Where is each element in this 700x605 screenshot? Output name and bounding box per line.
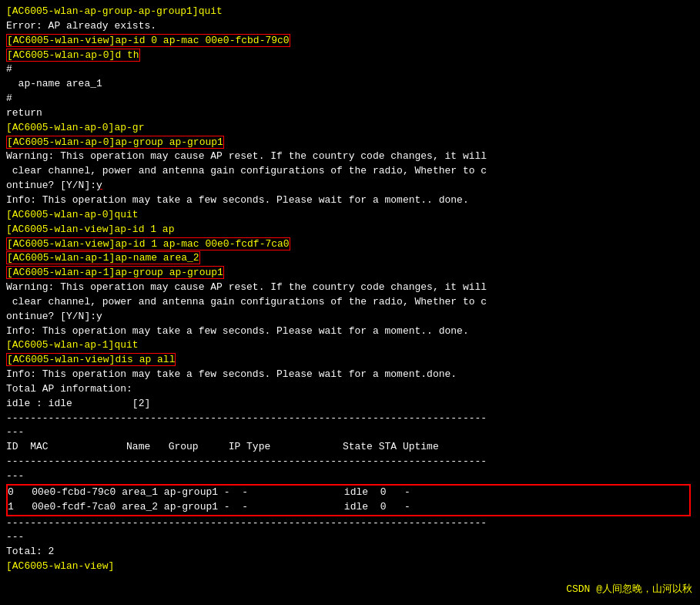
line-14: Info: This operation may take a few seco… [6,193,694,208]
table-row-0: 0 00e0-fcbd-79c0 area_1 ap-group1 - - id… [8,486,689,500]
line-13: ontinue? [Y/N]:y [6,179,694,193]
line-10: [AC6005-wlan-ap-0]ap-group ap-group1 [6,136,694,150]
line-26: Info: This operation may take a few seco… [6,368,694,382]
line-32: ----------------------------------------… [6,455,694,469]
watermark: CSDN @人间忽晚，山河以秋 [566,583,692,597]
line-19: [AC6005-wlan-ap-1]ap-group ap-group1 [6,266,694,281]
line-29: ----------------------------------------… [6,412,694,426]
line-36: ----------------------------------------… [6,516,694,531]
line-20: Warning: This operation may cause AP res… [6,281,694,295]
line-8: return [6,106,694,121]
line-11: Warning: This operation may cause AP res… [6,150,694,164]
line-9: [AC6005-wlan-ap-0]ap-gr [6,121,694,136]
data-rows-highlight: 0 00e0-fcbd-79c0 area_1 ap-group1 - - id… [6,484,691,516]
line-2: Error: AP already exists. [6,19,694,34]
line-24: [AC6005-wlan-ap-1]quit [6,338,694,353]
line-18: [AC6005-wlan-ap-1]ap-name area_2 [6,251,694,266]
line-12: clear channel, power and antenna gain co… [6,164,694,179]
line-7: # [6,92,694,106]
line-37: --- [6,530,694,545]
line-33: --- [6,469,694,484]
line-3: [AC6005-wlan-view]ap-id 0 ap-mac 00e0-fc… [6,34,694,49]
line-17: [AC6005-wlan-view]ap-id 1 ap-mac 00e0-fc… [6,237,694,252]
table-header: ID MAC Name Group IP Type State STA Upti… [6,440,694,455]
line-39: [AC6005-wlan-view] [6,560,694,574]
line-28: idle : idle [2] [6,397,694,412]
line-15: [AC6005-wlan-ap-0]quit [6,208,694,223]
line-30: --- [6,425,694,440]
table-row-1: 1 00e0-fcdf-7ca0 area_2 ap-group1 - - id… [8,500,689,515]
line-25: [AC6005-wlan-view]dis ap all [6,353,694,368]
line-38: Total: 2 [6,545,694,560]
line-4: [AC6005-wlan-ap-0]d th [6,49,694,63]
terminal: [AC6005-wlan-ap-group-ap-group1]quit Err… [0,0,700,605]
line-1: [AC6005-wlan-ap-group-ap-group1]quit [6,5,694,19]
line-5: # [6,62,694,77]
line-21: clear channel, power and antenna gain co… [6,295,694,310]
line-23: Info: This operation may take a few seco… [6,324,694,339]
line-27: Total AP information: [6,382,694,397]
line-22: ontinue? [Y/N]:y [6,310,694,324]
line-16: [AC6005-wlan-view]ap-id 1 ap [6,223,694,237]
ip-type-label: IP Type [229,441,271,452]
line-6: ap-name area_1 [6,77,694,92]
